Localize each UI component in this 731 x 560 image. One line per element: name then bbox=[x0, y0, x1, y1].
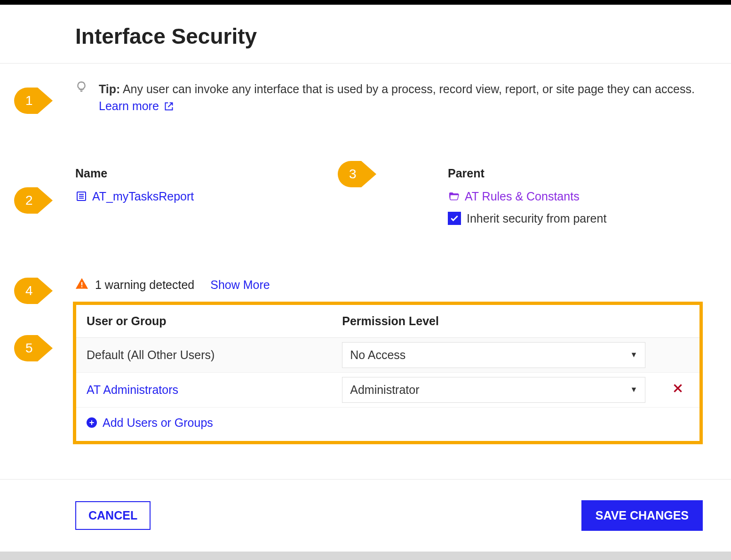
col-user-or-group: User or Group bbox=[76, 305, 332, 338]
callout-2-label: 2 bbox=[25, 193, 33, 208]
interface-icon bbox=[75, 190, 87, 202]
permission-value: Administrator bbox=[350, 383, 419, 397]
tip-body-text: Any user can invoke any interface that i… bbox=[120, 82, 694, 96]
external-link-icon bbox=[164, 102, 174, 111]
user-group-link[interactable]: AT Administrators bbox=[87, 376, 178, 403]
add-users-or-groups-link[interactable]: + Add Users or Groups bbox=[87, 416, 689, 430]
permission-select[interactable]: Administrator ▼ bbox=[342, 377, 645, 403]
permission-select[interactable]: No Access ▼ bbox=[342, 342, 645, 368]
permissions-table: User or Group Permission Level Default (… bbox=[76, 305, 699, 441]
parent-folder-text: AT Rules & Constants bbox=[465, 190, 580, 203]
permissions-table-wrapper: User or Group Permission Level Default (… bbox=[73, 302, 703, 444]
warning-text: 1 warning detected bbox=[95, 278, 194, 292]
callout-2: 2 bbox=[14, 187, 53, 214]
callout-1: 1 bbox=[14, 88, 53, 114]
remove-row-button[interactable] bbox=[656, 372, 699, 407]
parent-label: Parent bbox=[448, 167, 703, 180]
col-actions bbox=[656, 305, 699, 338]
add-users-label: Add Users or Groups bbox=[103, 416, 213, 430]
inherit-security-checkbox[interactable] bbox=[448, 212, 461, 225]
page-title: Interface Security bbox=[0, 5, 731, 63]
callout-3: 3 bbox=[338, 161, 376, 187]
plus-icon: + bbox=[87, 417, 97, 428]
add-users-row: + Add Users or Groups bbox=[76, 407, 699, 441]
parent-field-section: Parent AT Rules & Constants Inherit secu… bbox=[448, 167, 703, 225]
svg-rect-4 bbox=[81, 282, 82, 285]
permission-value: No Access bbox=[350, 348, 405, 362]
inherit-security-label: Inherit security from parent bbox=[467, 212, 606, 225]
show-more-link[interactable]: Show More bbox=[210, 278, 270, 292]
lightbulb-icon bbox=[75, 80, 87, 93]
name-field-section: Name AT_myTasksReport bbox=[75, 167, 330, 225]
parent-folder-link[interactable]: AT Rules & Constants bbox=[448, 190, 703, 203]
folder-open-icon bbox=[448, 190, 460, 202]
learn-more-label: Learn more bbox=[99, 99, 159, 112]
callout-1-label: 1 bbox=[25, 93, 33, 108]
chevron-down-icon: ▼ bbox=[630, 351, 637, 359]
callout-5: 5 bbox=[14, 335, 53, 361]
tip-text: Tip: Any user can invoke any interface t… bbox=[99, 80, 703, 115]
svg-rect-5 bbox=[81, 286, 82, 287]
check-icon bbox=[450, 214, 459, 223]
save-changes-button[interactable]: SAVE CHANGES bbox=[581, 500, 703, 531]
warning-row: 1 warning detected Show More bbox=[0, 225, 731, 293]
interface-name-text: AT_myTasksReport bbox=[92, 190, 194, 203]
table-row: AT Administrators Administrator ▼ bbox=[76, 372, 699, 407]
tip-label: Tip: bbox=[99, 82, 120, 96]
table-row: Default (All Other Users) No Access ▼ bbox=[76, 337, 699, 372]
callout-4-label: 4 bbox=[25, 283, 33, 298]
name-label: Name bbox=[75, 167, 330, 180]
chevron-down-icon: ▼ bbox=[630, 385, 637, 394]
callout-5-label: 5 bbox=[25, 341, 33, 356]
learn-more-link[interactable]: Learn more bbox=[99, 99, 174, 112]
user-group-name: Default (All Other Users) bbox=[87, 342, 215, 368]
col-permission-level: Permission Level bbox=[332, 305, 656, 338]
close-icon bbox=[672, 382, 684, 394]
cancel-button[interactable]: CANCEL bbox=[75, 501, 151, 530]
tip-section: Tip: Any user can invoke any interface t… bbox=[0, 64, 731, 115]
callout-4: 4 bbox=[14, 278, 53, 304]
footer: CANCEL SAVE CHANGES bbox=[0, 479, 731, 531]
callout-3-label: 3 bbox=[349, 167, 357, 182]
bottom-shadow bbox=[0, 552, 731, 560]
warning-icon bbox=[75, 277, 88, 293]
interface-name-link[interactable]: AT_myTasksReport bbox=[75, 190, 330, 203]
